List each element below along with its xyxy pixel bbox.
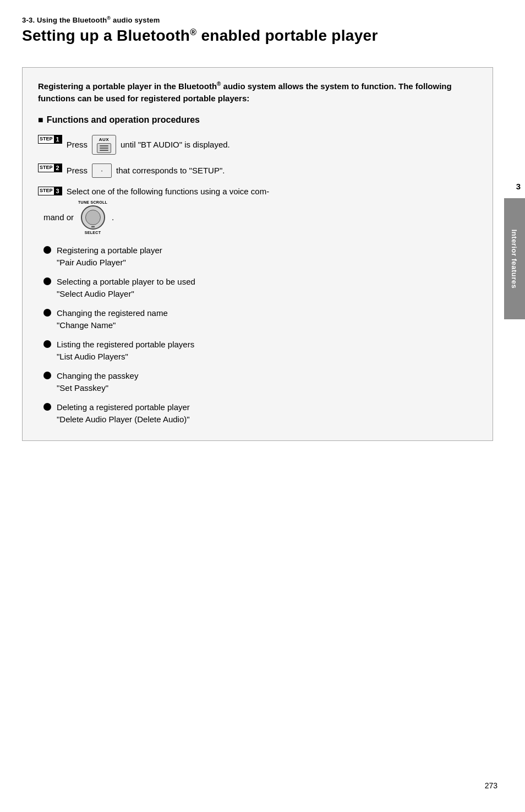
- aux-icon-body: [97, 143, 111, 153]
- bullet-circle-6: [43, 403, 51, 411]
- bullet-sub-4: "List Audio Players": [57, 351, 194, 362]
- setup-button-icon: ·: [92, 164, 112, 178]
- bullet-sub-6: "Delete Audio Player (Delete Audio)": [57, 413, 190, 425]
- header-subtitle: 3-3. Using the Bluetooth® audio system: [22, 15, 503, 24]
- step-2-content: Press · that corresponds to "SETUP".: [67, 164, 225, 178]
- bullet-text-3: Changing the registered name "Change Nam…: [57, 307, 168, 331]
- step-1-content: Press AUX until "BT AUDIO" is displayed.: [67, 135, 230, 155]
- bullet-item-6: Deleting a registered portable player "D…: [43, 401, 477, 425]
- step-3-badge: STEP3: [38, 187, 62, 195]
- bullet-circle-5: [43, 372, 51, 379]
- bullet-item-2: Selecting a portable player to be used "…: [43, 276, 477, 299]
- bullet-text-6: Deleting a registered portable player "D…: [57, 401, 190, 425]
- aux-icon-lines: [100, 145, 108, 151]
- sidebar-label-container: Interior features: [504, 198, 525, 319]
- knob-icon: TUNE SCROLL SELECT: [78, 200, 107, 235]
- bullet-main-4: Listing the registered portable players: [57, 339, 194, 350]
- bullet-circle-4: [43, 340, 51, 348]
- step-3-continuation-text: mand or: [43, 212, 74, 222]
- knob-label-select: SELECT: [85, 231, 101, 235]
- bullet-main-5: Changing the passkey: [57, 370, 138, 382]
- bullet-text-5: Changing the passkey "Set Passkey": [57, 370, 138, 394]
- bullet-item-3: Changing the registered name "Change Nam…: [43, 307, 477, 331]
- sidebar-chapter-number: 3: [516, 182, 521, 191]
- step-3-block: STEP3 Select one of the following functi…: [38, 187, 477, 237]
- bullet-sub-1: "Pair Audio Player": [57, 257, 162, 268]
- bullet-main-2: Selecting a portable player to be used: [57, 276, 195, 287]
- bullet-text-2: Selecting a portable player to be used "…: [57, 276, 195, 299]
- bullet-main-3: Changing the registered name: [57, 307, 168, 319]
- bullet-sub-2: "Select Audio Player": [57, 288, 195, 299]
- section-heading-text: Functions and operation procedures: [47, 115, 200, 125]
- step-2-text-after: that corresponds to "SETUP".: [116, 165, 225, 177]
- step-3-continuation: mand or TUNE SCROLL SELECT .: [38, 198, 477, 237]
- step-3-first-line: STEP3 Select one of the following functi…: [38, 187, 477, 196]
- content-box: Registering a portable player in the Blu…: [22, 67, 493, 441]
- page-container: 3-3. Using the Bluetooth® audio system S…: [0, 0, 525, 812]
- bullet-sub-3: "Change Name": [57, 319, 168, 331]
- intro-text: Registering a portable player in the Blu…: [38, 80, 477, 105]
- right-sidebar: 3 Interior features: [504, 0, 525, 812]
- aux-button-icon: AUX: [92, 135, 116, 155]
- step-2-badge: STEP2: [38, 164, 62, 172]
- bullet-list: Registering a portable player "Pair Audi…: [38, 244, 477, 425]
- bullet-sub-5: "Set Passkey": [57, 382, 138, 394]
- knob-label-tune-scroll: TUNE SCROLL: [78, 200, 107, 204]
- page-number: 273: [485, 781, 497, 790]
- bullet-circle-1: [43, 246, 51, 254]
- bullet-text-1: Registering a portable player "Pair Audi…: [57, 244, 162, 268]
- section-heading: Functions and operation procedures: [38, 115, 477, 125]
- step-3-text: Select one of the following functions us…: [67, 187, 270, 196]
- knob-inner: [85, 210, 101, 225]
- bullet-circle-3: [43, 309, 51, 317]
- step-1-badge: STEP1: [38, 135, 62, 144]
- sidebar-label: Interior features: [511, 229, 519, 288]
- step-1-text-after: until "BT AUDIO" is displayed.: [121, 139, 230, 151]
- header-section: 3-3. Using the Bluetooth® audio system S…: [0, 0, 525, 51]
- step-2-text-before: Press: [67, 165, 88, 177]
- bullet-circle-2: [43, 277, 51, 285]
- bullet-item-4: Listing the registered portable players …: [43, 339, 477, 362]
- bullet-main-6: Deleting a registered portable player: [57, 401, 190, 413]
- knob-body: [81, 205, 105, 230]
- header-title: Setting up a Bluetooth® enabled portable…: [22, 26, 503, 45]
- bullet-item-5: Changing the passkey "Set Passkey": [43, 370, 477, 394]
- bullet-item-1: Registering a portable player "Pair Audi…: [43, 244, 477, 268]
- step-2-row: STEP2 Press · that corresponds to "SETUP…: [38, 164, 477, 178]
- bullet-main-1: Registering a portable player: [57, 244, 162, 256]
- bullet-text-4: Listing the registered portable players …: [57, 339, 194, 362]
- step-1-text-before: Press: [67, 139, 88, 151]
- step-3-end-text: .: [112, 212, 114, 222]
- knob-line: [91, 226, 95, 227]
- step-1-row: STEP1 Press AUX until "BT AUDIO" is disp: [38, 135, 477, 155]
